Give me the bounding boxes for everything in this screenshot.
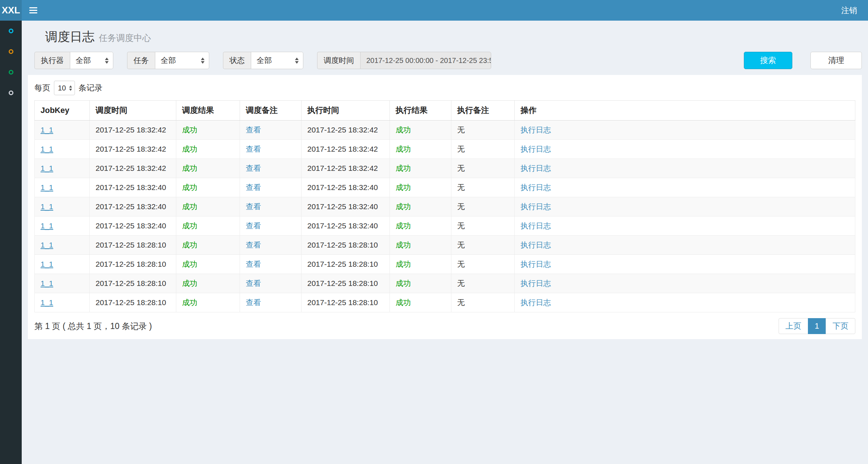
column-header-3[interactable]: 调度备注 bbox=[240, 101, 302, 121]
view-trigger-msg-link[interactable]: 查看 bbox=[246, 222, 261, 230]
jobkey-link[interactable]: 1_1 bbox=[41, 202, 53, 211]
view-trigger-msg-link[interactable]: 查看 bbox=[246, 241, 261, 249]
column-header-5[interactable]: 执行结果 bbox=[390, 101, 451, 121]
search-button[interactable]: 搜索 bbox=[744, 52, 792, 69]
view-trigger-msg-link[interactable]: 查看 bbox=[246, 202, 261, 211]
trigger-time-cell: 2017-12-25 18:28:10 bbox=[90, 255, 176, 274]
logout-link[interactable]: 注销 bbox=[841, 5, 857, 16]
trigger-time-filter-label: 调度时间 bbox=[317, 52, 360, 69]
view-trigger-msg-link[interactable]: 查看 bbox=[246, 164, 261, 172]
handle-result-cell: 成功 bbox=[390, 293, 451, 312]
jobkey-link[interactable]: 1_1 bbox=[41, 183, 53, 191]
sidebar-item-1[interactable] bbox=[0, 21, 22, 41]
execution-log-link[interactable]: 执行日志 bbox=[521, 298, 551, 307]
execution-log-link[interactable]: 执行日志 bbox=[521, 222, 551, 230]
status-filter-group: 状态 全部 bbox=[223, 52, 303, 69]
trigger-time-filter-group: 调度时间 2017-12-25 00:00:00 - 2017-12-25 23… bbox=[317, 52, 491, 69]
table-row: 1_1 2017-12-25 18:32:42 成功 查看 2017-12-25… bbox=[35, 140, 855, 159]
execution-log-link[interactable]: 执行日志 bbox=[521, 260, 551, 268]
jobkey-cell: 1_1 bbox=[35, 236, 90, 255]
view-trigger-msg-link[interactable]: 查看 bbox=[246, 279, 261, 287]
execution-log-link[interactable]: 执行日志 bbox=[521, 164, 551, 172]
jobkey-cell: 1_1 bbox=[35, 216, 90, 236]
column-header-4[interactable]: 执行时间 bbox=[302, 101, 390, 121]
handle-msg-cell: 无 bbox=[451, 197, 515, 216]
pagination-summary: 第 1 页 ( 总共 1 页，10 条记录 ) bbox=[34, 321, 152, 332]
handle-time-cell: 2017-12-25 18:32:42 bbox=[302, 159, 390, 178]
main-content: 调度日志 任务调度中心 执行器 全部 任务 全部 状态 全部 bbox=[22, 21, 868, 464]
jobkey-link[interactable]: 1_1 bbox=[41, 241, 53, 249]
prev-page-button[interactable]: 上页 bbox=[779, 318, 808, 334]
trigger-msg-cell: 查看 bbox=[240, 178, 302, 197]
job-select[interactable]: 全部 bbox=[155, 52, 209, 69]
clear-button[interactable]: 清理 bbox=[810, 52, 862, 69]
handle-time-cell: 2017-12-25 18:32:40 bbox=[302, 197, 390, 216]
trigger-msg-cell: 查看 bbox=[240, 140, 302, 159]
log-table: JobKey调度时间调度结果调度备注执行时间执行结果执行备注操作 1_1 201… bbox=[34, 100, 855, 312]
view-trigger-msg-link[interactable]: 查看 bbox=[246, 145, 261, 153]
trigger-result-cell: 成功 bbox=[176, 274, 240, 293]
sidebar-item-2[interactable] bbox=[0, 41, 22, 62]
jobkey-cell: 1_1 bbox=[35, 159, 90, 178]
view-trigger-msg-link[interactable]: 查看 bbox=[246, 260, 261, 268]
circle-icon bbox=[9, 90, 13, 95]
sidebar-item-4[interactable] bbox=[0, 83, 22, 103]
handle-result-cell: 成功 bbox=[390, 121, 451, 140]
handle-time-cell: 2017-12-25 18:28:10 bbox=[302, 274, 390, 293]
jobkey-link[interactable]: 1_1 bbox=[41, 222, 53, 230]
handle-time-cell: 2017-12-25 18:28:10 bbox=[302, 255, 390, 274]
action-cell: 执行日志 bbox=[515, 197, 855, 216]
view-trigger-msg-link[interactable]: 查看 bbox=[246, 183, 261, 191]
jobkey-cell: 1_1 bbox=[35, 274, 90, 293]
jobkey-link[interactable]: 1_1 bbox=[41, 298, 53, 307]
status-filter-label: 状态 bbox=[223, 52, 251, 69]
execution-log-link[interactable]: 执行日志 bbox=[521, 126, 551, 134]
table-row: 1_1 2017-12-25 18:28:10 成功 查看 2017-12-25… bbox=[35, 255, 855, 274]
per-page-select[interactable]: 10 bbox=[54, 81, 75, 95]
jobkey-link[interactable]: 1_1 bbox=[41, 164, 53, 172]
jobkey-cell: 1_1 bbox=[35, 197, 90, 216]
sidebar-toggle-button[interactable] bbox=[22, 0, 45, 21]
column-header-7[interactable]: 操作 bbox=[515, 101, 855, 121]
jobkey-cell: 1_1 bbox=[35, 255, 90, 274]
table-row: 1_1 2017-12-25 18:32:42 成功 查看 2017-12-25… bbox=[35, 159, 855, 178]
handle-result-cell: 成功 bbox=[390, 197, 451, 216]
column-header-6[interactable]: 执行备注 bbox=[451, 101, 515, 121]
trigger-time-cell: 2017-12-25 18:32:40 bbox=[90, 178, 176, 197]
next-page-button[interactable]: 下页 bbox=[826, 318, 855, 334]
handle-time-cell: 2017-12-25 18:32:42 bbox=[302, 140, 390, 159]
execution-log-link[interactable]: 执行日志 bbox=[521, 145, 551, 153]
handle-result-cell: 成功 bbox=[390, 236, 451, 255]
execution-log-link[interactable]: 执行日志 bbox=[521, 279, 551, 287]
jobkey-link[interactable]: 1_1 bbox=[41, 126, 53, 134]
trigger-time-cell: 2017-12-25 18:32:42 bbox=[90, 121, 176, 140]
jobkey-link[interactable]: 1_1 bbox=[41, 260, 53, 268]
column-header-0[interactable]: JobKey bbox=[35, 101, 90, 121]
column-header-2[interactable]: 调度结果 bbox=[176, 101, 240, 121]
page-subtitle: 任务调度中心 bbox=[99, 32, 151, 44]
circle-icon bbox=[9, 49, 13, 54]
pagination: 上页 1 下页 bbox=[779, 318, 855, 334]
sidebar-item-3[interactable] bbox=[0, 62, 22, 83]
execution-log-link[interactable]: 执行日志 bbox=[521, 183, 551, 191]
select-arrows-icon bbox=[201, 58, 205, 64]
trigger-msg-cell: 查看 bbox=[240, 121, 302, 140]
handle-result-cell: 成功 bbox=[390, 255, 451, 274]
handle-time-cell: 2017-12-25 18:28:10 bbox=[302, 236, 390, 255]
view-trigger-msg-link[interactable]: 查看 bbox=[246, 298, 261, 307]
execution-log-link[interactable]: 执行日志 bbox=[521, 202, 551, 211]
page-number-1[interactable]: 1 bbox=[808, 318, 826, 334]
app-logo[interactable]: XXL bbox=[0, 0, 22, 21]
trigger-time-cell: 2017-12-25 18:28:10 bbox=[90, 274, 176, 293]
executor-select[interactable]: 全部 bbox=[70, 52, 113, 69]
sidebar bbox=[0, 21, 22, 464]
trigger-result-cell: 成功 bbox=[176, 236, 240, 255]
column-header-1[interactable]: 调度时间 bbox=[90, 101, 176, 121]
jobkey-link[interactable]: 1_1 bbox=[41, 279, 53, 287]
status-select[interactable]: 全部 bbox=[251, 52, 303, 69]
execution-log-link[interactable]: 执行日志 bbox=[521, 241, 551, 249]
executor-filter-group: 执行器 全部 bbox=[34, 52, 113, 69]
trigger-time-range-input[interactable]: 2017-12-25 00:00:00 - 2017-12-25 23:59:5… bbox=[360, 52, 491, 69]
view-trigger-msg-link[interactable]: 查看 bbox=[246, 126, 261, 134]
jobkey-link[interactable]: 1_1 bbox=[41, 145, 53, 153]
